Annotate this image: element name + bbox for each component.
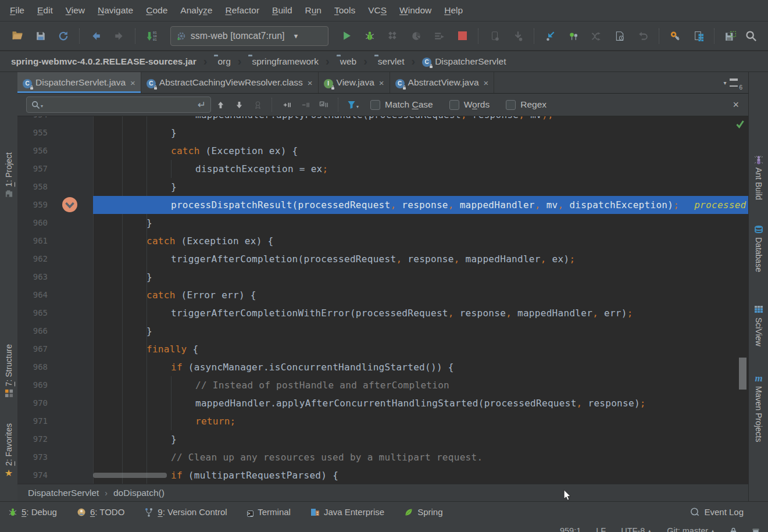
status-lf[interactable]: LF bbox=[596, 526, 606, 532]
menu-analyze[interactable]: Analyze bbox=[174, 0, 219, 21]
menu-file[interactable]: File bbox=[3, 0, 31, 21]
gutter-cell[interactable]: 967 bbox=[17, 340, 93, 358]
patch-icon[interactable] bbox=[611, 27, 628, 45]
status-git-master[interactable]: Git: master▲ bbox=[667, 526, 715, 532]
vertical-scrollbar-thumb[interactable] bbox=[739, 358, 746, 390]
tab-AbstractView.java[interactable]: CAbstractView.java× bbox=[390, 72, 495, 93]
gutter-cell[interactable]: 964 bbox=[17, 286, 93, 304]
toggle-regex[interactable]: Regex bbox=[506, 99, 546, 110]
toolwindow-button-maven-projects[interactable]: mMaven Projects bbox=[749, 371, 768, 442]
toolwindow-button-ant-build[interactable]: Ant Build bbox=[749, 152, 768, 200]
menu-vcs[interactable]: VCS bbox=[362, 0, 393, 21]
menu-run[interactable]: Run bbox=[299, 0, 328, 21]
gutter-cell[interactable]: 970 bbox=[17, 394, 93, 412]
remove-occurrence-icon[interactable] bbox=[298, 97, 313, 112]
gutter-cell[interactable]: 973 bbox=[17, 448, 93, 466]
gutter-cell[interactable]: 971 bbox=[17, 412, 93, 430]
hector-icon[interactable] bbox=[752, 527, 760, 532]
gutter-cell[interactable]: 966 bbox=[17, 322, 93, 340]
tab-View.java[interactable]: IView.java× bbox=[319, 72, 390, 93]
horizontal-scrollbar-thumb[interactable] bbox=[93, 473, 167, 478]
menu-tools[interactable]: Tools bbox=[328, 0, 362, 21]
run-icon[interactable] bbox=[338, 27, 356, 45]
gutter-cell[interactable]: 957 bbox=[17, 160, 93, 178]
close-icon[interactable]: × bbox=[733, 99, 739, 111]
gutter-cell[interactable]: 956 bbox=[17, 142, 93, 160]
event-log-button[interactable]: Event Log bbox=[690, 507, 744, 517]
gutter-cell[interactable]: 955 bbox=[17, 124, 93, 142]
select-all-occurrences-icon[interactable] bbox=[316, 97, 331, 112]
add-occurrence-icon[interactable] bbox=[279, 97, 294, 112]
search-input[interactable] bbox=[43, 99, 198, 110]
gutter-cell[interactable]: 958 bbox=[17, 178, 93, 196]
gutter-cell[interactable]: 963 bbox=[17, 268, 93, 286]
next-occurrence-icon[interactable] bbox=[231, 97, 247, 112]
settings-icon[interactable] bbox=[667, 27, 684, 45]
search-everywhere-icon[interactable] bbox=[742, 27, 760, 45]
menu-edit[interactable]: Edit bbox=[31, 0, 59, 21]
menu-help[interactable]: Help bbox=[438, 0, 469, 21]
export-settings-icon[interactable] bbox=[722, 27, 740, 45]
toolwindow-button-spring[interactable]: Spring bbox=[404, 507, 442, 517]
breadcrumb-item[interactable]: servlet bbox=[372, 56, 407, 67]
back-icon[interactable] bbox=[87, 27, 105, 45]
toolwindow-button-java-enterprise[interactable]: Java Enterprise bbox=[310, 507, 384, 517]
find-all-icon[interactable] bbox=[250, 97, 265, 112]
open-project-icon[interactable] bbox=[9, 27, 26, 45]
commit-icon[interactable] bbox=[565, 27, 583, 45]
debug-icon[interactable] bbox=[361, 27, 378, 45]
breadcrumb-item[interactable]: spring-webmvc-4.0.2.RELEASE-sources.jar bbox=[5, 56, 199, 67]
close-icon[interactable]: × bbox=[484, 78, 489, 88]
synchronize-icon[interactable] bbox=[55, 27, 73, 45]
close-icon[interactable]: × bbox=[308, 78, 313, 88]
status-utf-8[interactable]: UTF-8▲ bbox=[621, 526, 652, 532]
update-project-icon[interactable] bbox=[542, 27, 559, 45]
toolwindow-button-database[interactable]: Database bbox=[749, 222, 768, 272]
breadcrumb-item[interactable]: CDispatcherServlet bbox=[420, 56, 508, 67]
menu-build[interactable]: Build bbox=[266, 0, 298, 21]
gutter-cell[interactable]: 968 bbox=[17, 358, 93, 376]
toolwindow-button-5-debug[interactable]: 5: Debug bbox=[8, 507, 57, 517]
toggle-words[interactable]: Words bbox=[449, 99, 490, 110]
menu-navigate[interactable]: Navigate bbox=[91, 0, 140, 21]
breadcrumb-item[interactable]: springframework bbox=[246, 56, 321, 67]
menu-window[interactable]: Window bbox=[393, 0, 438, 21]
menu-code[interactable]: Code bbox=[140, 0, 174, 21]
editor-breadcrumb-item[interactable]: DispatcherServlet bbox=[28, 488, 99, 498]
tab-AbstractCachingViewResolver.class[interactable]: CAbstractCachingViewResolver.class× bbox=[141, 72, 319, 93]
hidden-tabs-button[interactable]: ▾6 bbox=[723, 72, 748, 93]
toolwindow-button-7-structure[interactable]: 7: Structure bbox=[0, 344, 17, 401]
close-icon[interactable]: × bbox=[379, 78, 384, 88]
search-filter-icon[interactable]: ▾ bbox=[345, 97, 360, 112]
save-all-icon[interactable] bbox=[32, 27, 49, 45]
project-structure-icon[interactable] bbox=[690, 27, 708, 45]
execution-point-icon[interactable] bbox=[62, 197, 77, 212]
breadcrumb-item[interactable]: org bbox=[212, 56, 233, 67]
gutter-cell[interactable]: 960 bbox=[17, 214, 93, 232]
status-959-1[interactable]: 959:1 bbox=[560, 526, 581, 532]
lock-icon[interactable] bbox=[730, 527, 737, 532]
gutter-cell[interactable]: 959 bbox=[17, 196, 93, 214]
toolwindow-button-6-todo[interactable]: 6: TODO bbox=[77, 507, 124, 517]
gutter-cell[interactable]: 961 bbox=[17, 232, 93, 250]
inspection-ok-icon[interactable] bbox=[735, 119, 745, 128]
menu-view[interactable]: View bbox=[59, 0, 91, 21]
toolwindow-button-terminal[interactable]: >_Terminal bbox=[247, 507, 291, 517]
menu-refactor[interactable]: Refactor bbox=[219, 0, 266, 21]
gutter-cell[interactable]: 965 bbox=[17, 304, 93, 322]
gutter-cell[interactable]: 954 bbox=[17, 116, 93, 124]
prev-occurrence-icon[interactable] bbox=[213, 97, 228, 112]
tab-DispatcherServlet.java[interactable]: CDispatcherServlet.java× bbox=[17, 72, 141, 93]
editor-breadcrumb-item[interactable]: doDispatch() bbox=[113, 488, 165, 498]
run-configuration-combo[interactable]: ssm-web [tomcat7:run]▼ bbox=[170, 26, 328, 46]
toolwindow-button-sciview[interactable]: SciView bbox=[749, 302, 768, 347]
toolwindow-button-2-favorites[interactable]: 2: Favorites★ bbox=[0, 423, 17, 481]
gutter-cell[interactable]: 972 bbox=[17, 430, 93, 448]
gutter-cell[interactable]: 974 bbox=[17, 466, 93, 484]
toggle-match-case[interactable]: Match Case bbox=[370, 99, 433, 110]
search-field[interactable]: ▾↵ bbox=[26, 97, 211, 113]
toolwindow-button-1-project[interactable]: 1: Project bbox=[0, 152, 17, 201]
download-sources-icon[interactable]: 011001 bbox=[143, 27, 160, 45]
stop-icon[interactable] bbox=[454, 27, 471, 45]
close-icon[interactable]: × bbox=[130, 78, 135, 88]
